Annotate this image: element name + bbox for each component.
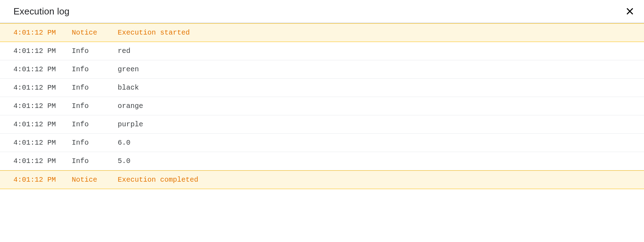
log-time: 4:01:12 PM <box>13 120 72 128</box>
log-message: orange <box>118 102 644 110</box>
log-time: 4:01:12 PM <box>13 157 72 165</box>
log-level: Info <box>72 102 118 110</box>
log-row: 4:01:12 PMInfoblack <box>0 79 644 97</box>
page-title: Execution log <box>13 6 70 17</box>
log-time: 4:01:12 PM <box>13 47 72 55</box>
log-header: Execution log <box>0 0 644 23</box>
log-level: Info <box>72 139 118 147</box>
log-level: Info <box>72 84 118 92</box>
log-time: 4:01:12 PM <box>13 65 72 73</box>
log-time: 4:01:12 PM <box>13 84 72 92</box>
log-row: 4:01:12 PMInfo6.0 <box>0 134 644 152</box>
execution-log-table: 4:01:12 PMNoticeExecution started4:01:12… <box>0 23 644 189</box>
log-time: 4:01:12 PM <box>13 176 72 184</box>
log-time: 4:01:12 PM <box>13 139 72 147</box>
log-time: 4:01:12 PM <box>13 102 72 110</box>
log-row: 4:01:12 PMInfoorange <box>0 97 644 115</box>
log-row: 4:01:12 PMNoticeExecution completed <box>0 170 644 189</box>
log-time: 4:01:12 PM <box>13 29 72 37</box>
log-level: Info <box>72 47 118 55</box>
log-message: 5.0 <box>118 157 644 165</box>
close-icon <box>625 6 635 16</box>
log-message: purple <box>118 120 644 128</box>
log-level: Notice <box>72 29 118 37</box>
log-message: Execution completed <box>118 176 644 184</box>
log-message: Execution started <box>118 29 644 37</box>
log-row: 4:01:12 PMInfored <box>0 42 644 60</box>
log-message: black <box>118 84 644 92</box>
log-level: Info <box>72 65 118 73</box>
log-level: Info <box>72 120 118 128</box>
log-row: 4:01:12 PMInfogreen <box>0 60 644 79</box>
log-message: green <box>118 65 644 73</box>
log-row: 4:01:12 PMInfopurple <box>0 115 644 134</box>
log-row: 4:01:12 PMNoticeExecution started <box>0 23 644 42</box>
log-row: 4:01:12 PMInfo5.0 <box>0 152 644 170</box>
log-level: Notice <box>72 176 118 184</box>
log-message: red <box>118 47 644 55</box>
log-level: Info <box>72 157 118 165</box>
close-button[interactable] <box>624 6 636 17</box>
log-message: 6.0 <box>118 139 644 147</box>
